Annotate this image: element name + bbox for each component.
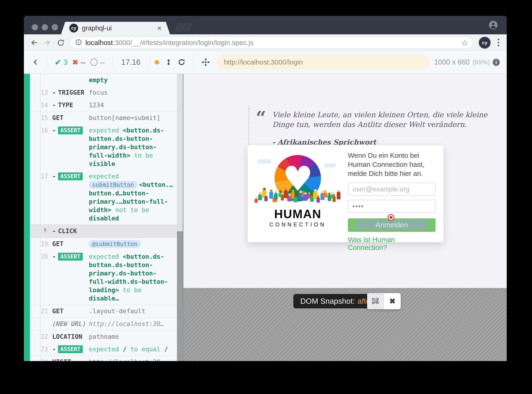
crowd-person (303, 192, 307, 201)
cloud-decoration (324, 163, 336, 167)
aut-url-field[interactable]: http://localhost:3000/login (218, 56, 429, 69)
crowd-person (255, 197, 258, 203)
window-controls[interactable] (32, 24, 58, 30)
row-number (30, 76, 52, 84)
alias-pill[interactable]: @submitButton (89, 240, 141, 248)
browser-tab[interactable]: cy graphql-ui × (61, 22, 170, 34)
message-segment: visible (89, 160, 115, 167)
bookmark-star-icon[interactable]: ☆ (461, 38, 468, 47)
scrollbar-thumb[interactable] (177, 231, 183, 361)
restart-tests-icon[interactable] (178, 58, 185, 66)
command-message: button[name=submit] (89, 114, 175, 122)
assert-badge: ASSERT (58, 126, 83, 134)
command-name: -ASSERT (52, 345, 89, 353)
command-message: expected <button.ds-button.ds-button-pri… (89, 253, 175, 303)
message-segment: http://localhost:30… (89, 320, 164, 327)
scroll-toggle-icon[interactable] (165, 59, 172, 66)
log-row-17[interactable]: 17-ASSERTexpected submitButton<button.…b… (30, 170, 177, 225)
browser-menu-icon[interactable] (496, 39, 501, 47)
command-name: GET (52, 307, 89, 315)
runner-content: empty13-TRIGGERfocus14-TYPE123415GETbutt… (24, 74, 507, 361)
viewport-zoom: (69%) (472, 58, 490, 66)
alias-pill[interactable]: submitButton (89, 181, 137, 189)
login-card: ♥ HUMAN CONNECTION Wenn Du ein Konto bei… (248, 145, 443, 242)
email-field[interactable] (348, 183, 435, 196)
message-segment: .layout-default (89, 307, 145, 315)
log-row-partial[interactable]: empty (30, 74, 177, 86)
crowd-person (281, 193, 284, 201)
profile-icon[interactable] (488, 20, 498, 31)
snapshot-controls: ✖ (367, 293, 401, 309)
log-row-13[interactable]: 13-TRIGGERfocus (30, 86, 177, 99)
submit-button[interactable]: Anmelden (348, 218, 435, 232)
new-tab-button[interactable] (175, 23, 192, 31)
message-segment: empty (89, 76, 107, 83)
log-row-newurl[interactable]: (NEW URL)http://localhost:30… (30, 317, 177, 330)
log-row-click[interactable]: -CLICK (30, 225, 177, 238)
collapse-sidebar-icon[interactable] (32, 59, 39, 66)
forward-icon[interactable] (43, 39, 51, 47)
command-log-scrollbar[interactable] (177, 74, 183, 361)
message-segment: to equal (127, 346, 164, 353)
log-row-19[interactable]: 19GET@submitButton (30, 238, 177, 250)
close-window-icon[interactable] (32, 24, 38, 30)
tab-close-icon[interactable]: × (157, 24, 162, 32)
reload-icon[interactable] (57, 39, 65, 47)
log-row-21[interactable]: 21GET.layout-default (30, 305, 177, 317)
command-name: LOCATION (52, 332, 89, 341)
message-segment: pathname (89, 333, 119, 340)
viewport-info-icon[interactable]: i (493, 59, 500, 66)
log-row-24[interactable]: 24VISIThttp://localhost:30… (30, 355, 177, 361)
log-row-16[interactable]: 16-ASSERTexpected <button.ds-button.ds-b… (30, 124, 177, 170)
crowd-person (317, 195, 320, 202)
password-field[interactable] (348, 200, 435, 213)
log-row-20[interactable]: 20-ASSERTexpected <button.ds-button.ds-b… (30, 250, 177, 305)
pending-count: -- (100, 58, 105, 67)
cypress-favicon: cy (69, 24, 78, 32)
row-number: 20 (30, 253, 52, 303)
command-message: http://localhost:30… (89, 358, 175, 361)
command-name: (NEW URL) (52, 320, 89, 328)
command-message: expected submitButton<button.…button.d…b… (89, 172, 175, 223)
quote-text: Viele kleine Leute, an vielen kleinen Or… (272, 110, 493, 129)
message-segment: 1234 (89, 101, 104, 109)
tests-passed[interactable]: ✔ 3 (55, 58, 67, 67)
snapshot-highlights-button[interactable] (367, 293, 384, 309)
cypress-extension-icon[interactable]: cy (479, 37, 491, 49)
command-message: expected / to equal / (89, 345, 175, 353)
command-log: empty13-TRIGGERfocus14-TYPE123415GETbutt… (30, 74, 177, 361)
log-row-15[interactable]: 15GETbutton[name=submit] (30, 111, 177, 124)
what-is-hc-link[interactable]: Was ist Human Connection? (348, 236, 435, 252)
login-heading: Wenn Du ein Konto bei Human Connection h… (348, 151, 435, 178)
row-number: 17 (30, 172, 52, 223)
passed-check-icon: ✔ (55, 58, 61, 67)
aut-iframe: “ Viele kleine Leute, an vielen kleinen … (184, 74, 507, 361)
page-info-icon[interactable] (75, 39, 82, 47)
crowd-person (294, 195, 297, 202)
spec-passed-strip (24, 74, 30, 361)
message-segment: to be (130, 152, 153, 159)
command-name: -ASSERT (52, 126, 89, 168)
logo-column: ♥ HUMAN CONNECTION (248, 145, 348, 242)
log-row-23[interactable]: 23-ASSERTexpected / to equal / (30, 343, 177, 355)
tests-failed[interactable]: ✖ -- (72, 58, 85, 67)
quote-mark-icon: “ (256, 110, 266, 146)
crowd-person (328, 193, 331, 201)
browser-titlebar: cy graphql-ui × (24, 16, 507, 34)
crowd-person (337, 190, 340, 199)
logo-crowd (256, 178, 340, 203)
maximize-window-icon[interactable] (52, 24, 58, 30)
back-icon[interactable] (30, 39, 38, 47)
failed-count: -- (81, 58, 85, 67)
url-path: :3000/__/#/tests/integration/login/login… (113, 39, 253, 47)
command-message: pathname (89, 332, 175, 341)
snapshot-close-button[interactable]: ✖ (384, 293, 401, 309)
message-segment: expected (89, 253, 123, 260)
log-row-22[interactable]: 22LOCATIONpathname (30, 330, 177, 343)
tests-pending[interactable]: -- (90, 58, 105, 67)
log-row-14[interactable]: 14-TYPE1234 (30, 99, 177, 111)
minimize-window-icon[interactable] (42, 24, 48, 30)
url-input[interactable]: localhost:3000/__/#/tests/integration/lo… (70, 37, 473, 48)
message-segment: not to be (112, 206, 149, 213)
selector-playground-icon[interactable] (202, 58, 210, 66)
